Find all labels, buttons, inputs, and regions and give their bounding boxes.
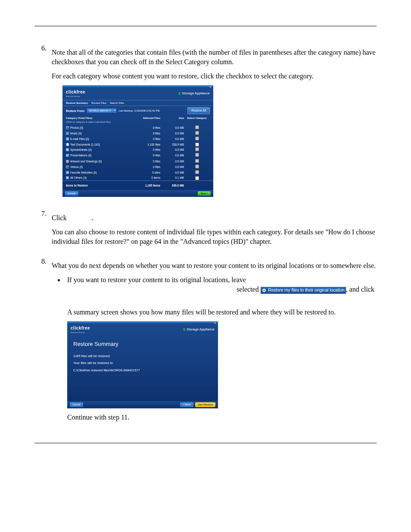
category-checkbox[interactable]: ✓ [195,143,199,146]
category-row[interactable]: ▭ Presentations (0) 0 files 0.0 MB [62,152,213,158]
col-selected-files: Selected Files [137,116,160,120]
category-size: 0.0 MB [160,165,184,169]
tab-browse-files[interactable]: Browse Files [91,101,106,105]
category-checkbox[interactable] [195,153,199,157]
category-files: 0 files [137,159,160,163]
category-files: 0 files [137,137,160,141]
col-select-category: Select Category [184,116,210,120]
category-icon: ✉ [66,137,69,140]
category-icon: 📷 [66,126,69,129]
summary-line-2: Your files will be restored to: [73,361,212,366]
category-name: Favorite Websites (0) [70,171,97,174]
close-icon[interactable]: × [208,84,212,89]
col-size: Size [160,116,184,120]
category-list: 📷 Photos (0) 0 files 0.0 MB 🎵 Music (0) … [62,125,213,180]
category-size: 0.0 MB [160,148,184,152]
top-rule [34,26,377,26]
category-row[interactable]: 🎬 Videos (0) 0 files 0.0 MB [62,164,213,170]
clickfree-restore-window: × clickfree Automatic Backup $ Storage A… [62,85,213,197]
continue-text: Continue with step 11. [67,413,377,422]
restore-summary-title: Restore Summary [73,340,212,348]
category-icon: 🎨 [66,160,69,163]
radio-icon [262,288,266,292]
category-files: 0 sites [137,171,160,174]
category-size: 0.0 MB [160,137,184,141]
title-bar-2: × [67,321,218,323]
back-button[interactable]: < Back [180,402,193,407]
items-to-restore-label: Items to Restore [66,184,137,187]
category-checkbox[interactable] [195,125,199,129]
category-icon: 📄 [66,143,69,146]
start-restore-button[interactable]: Start Restore [195,402,215,407]
step-7-para-2: You can also choose to restore content o… [52,227,377,247]
category-size: 0.0 MB [160,131,184,135]
restore-original-location-radio[interactable]: Restore my files to their original locat… [261,287,346,294]
restore-from-label: Restore From: [66,109,85,113]
brand-subtitle-2: Automatic Backup [71,331,90,334]
category-size: 0.0 MB [160,159,184,163]
cancel-button-2[interactable]: Cancel [70,402,83,407]
brand-logo-2: $ Storage Appliance [183,327,215,333]
bullet-1-text-1: If you want to restore your content to i… [67,276,246,283]
category-name: Text Documents (1,162) [70,143,100,146]
category-name: Videos (0) [70,165,83,169]
cancel-button[interactable]: Cancel [65,191,78,196]
step-6-para-1: Note that all of the categories that con… [52,48,377,67]
category-files: 0 files [137,131,160,135]
tab-restore-summary[interactable]: Restore Summary [66,101,88,105]
category-checkbox[interactable] [195,131,199,135]
category-icon: ▭ [66,154,69,157]
dollar-icon: $ [178,91,181,96]
restore-from-dropdown[interactable]: WORDS-66842577 ▾ [87,109,116,113]
title-bar: × [62,85,213,87]
category-checkbox[interactable] [195,137,199,140]
chevron-down-icon: ▾ [114,109,115,112]
step-7-text-b: . [92,214,93,221]
col-category: Category (Total Files) [66,116,137,120]
category-checkbox[interactable]: ✓ [195,176,199,180]
category-size: 0.1 MB [160,176,184,180]
category-row[interactable]: ★ Favorite Websites (0) 0 sites 0.0 MB [62,170,213,175]
brand-name: clickfree [66,89,85,95]
dollar-icon-2: $ [183,327,185,333]
bullet-1-text-2: selected [237,286,259,293]
step-6-para-2: For each category whose content you want… [52,72,377,81]
restore-summary-window: × clickfree Automatic Backup $ Storage A… [67,321,218,408]
category-files: 0 files [137,126,160,130]
category-row[interactable]: ▶ All Others (3) 3 items 0.1 MB ✓ [62,175,213,180]
category-row[interactable]: 🎵 Music (0) 0 files 0.0 MB [62,131,213,136]
category-checkbox[interactable] [195,159,199,163]
category-row[interactable]: 📷 Photos (0) 0 files 0.0 MB [62,125,213,131]
step-8-para-1: What you do next depends on whether you … [52,261,377,271]
step-6-number: 6. [34,44,52,203]
category-files: 0 files [137,153,160,157]
category-checkbox[interactable] [195,170,199,174]
category-checkbox[interactable] [195,147,199,151]
items-to-restore-count: 1,165 items [137,184,160,187]
category-size: 338.9 MB [160,143,184,146]
category-row[interactable]: ▦ Spreadsheets (0) 0 files 0.0 MB [62,147,213,152]
category-name: Presentations (0) [70,153,92,157]
last-backup-label: Last Backup: 1/10/2008 2:02:40 PM [118,109,159,112]
step-7-number: 7. [34,209,52,251]
summary-line-3: C:\Clickfree restored files\WORDS-668421… [73,368,212,373]
summary-intro: A summary screen shows you how many file… [67,308,377,317]
next-button[interactable]: Next > [198,191,211,196]
category-name: All Others (3) [70,176,87,180]
close-icon-2[interactable]: × [213,320,217,325]
category-row[interactable]: 📄 Text Documents (1,162) 1,162 files 338… [62,142,213,147]
restore-all-button[interactable]: Restore All [187,107,210,114]
category-size: 0.0 MB [160,153,184,157]
bullet-1-text-3a: , and click [346,286,374,293]
brand-subtitle: Automatic Backup [66,95,85,98]
brand-logo: $ Storage Appliance [178,91,210,96]
category-checkbox[interactable] [195,165,199,168]
category-size: 0.0 MB [160,126,184,130]
category-icon: ▦ [66,148,69,151]
category-hint: (Click on category to select individual … [62,121,213,125]
summary-line-1: 1165 files will be restored. [73,354,212,359]
category-row[interactable]: 🎨 Artwork and Drawings (0) 0 files 0.0 M… [62,159,213,164]
category-row[interactable]: ✉ E-mail Files (0) 0 files 0.0 MB [62,136,213,142]
tab-search-files[interactable]: Search Files [110,101,124,105]
step-7-text-a: Click [52,214,67,221]
